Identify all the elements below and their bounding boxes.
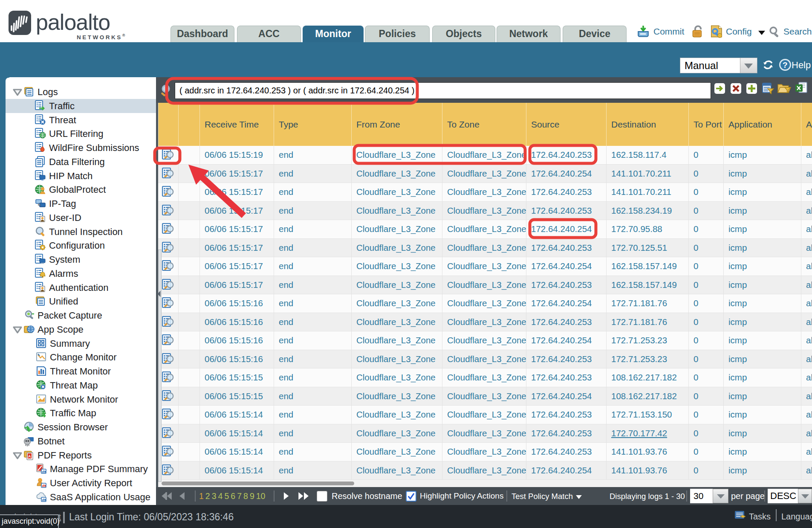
svg-text:A: A bbox=[28, 454, 31, 458]
svg-text:?: ? bbox=[783, 61, 788, 70]
